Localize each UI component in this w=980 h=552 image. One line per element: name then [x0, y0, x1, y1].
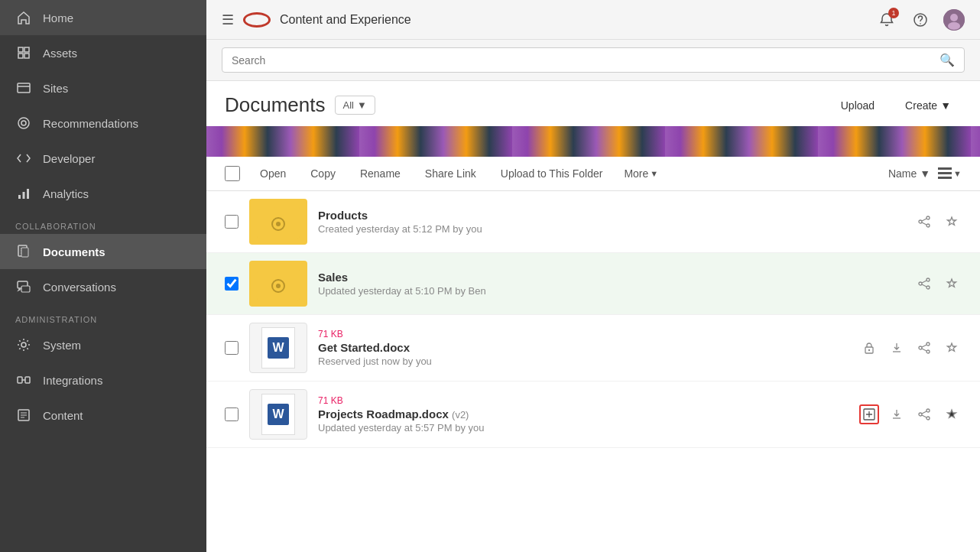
- table-row: W 71 KB Projects Roadmap.docx (v2) Updat…: [206, 382, 980, 448]
- collaboration-section-label: COLLABORATION: [0, 211, 206, 234]
- folder-thumbnail: [249, 261, 307, 307]
- select-all-checkbox[interactable]: [225, 166, 240, 181]
- file-actions: [914, 274, 962, 294]
- toolbar: Open Copy Rename Share Link Upload to Th…: [206, 157, 980, 191]
- svg-point-28: [926, 216, 930, 219]
- svg-rect-11: [21, 248, 28, 257]
- integrations-icon: [15, 372, 32, 388]
- folder-thumbnail: [249, 199, 307, 245]
- create-label: Create: [905, 99, 937, 112]
- sidebar-item-developer-label: Developer: [43, 152, 95, 165]
- sidebar-item-system[interactable]: System: [0, 327, 206, 362]
- file-name: Products: [318, 209, 904, 222]
- checkout-action-icon[interactable]: [859, 404, 879, 424]
- filter-dropdown[interactable]: All ▼: [335, 96, 375, 115]
- sidebar-item-content[interactable]: Content: [0, 398, 206, 433]
- svg-point-34: [919, 282, 922, 285]
- svg-point-42: [926, 409, 930, 412]
- administration-section-label: ADMINISTRATION: [0, 304, 206, 327]
- favorite-action-icon[interactable]: [942, 274, 962, 294]
- file-checkbox[interactable]: [225, 341, 239, 355]
- sidebar-item-recommendations[interactable]: Recommendations: [0, 106, 206, 141]
- sidebar-item-content-label: Content: [43, 409, 83, 422]
- svg-point-40: [926, 350, 930, 353]
- search-input-wrap: 🔍: [222, 47, 965, 73]
- sort-chevron-icon: ▼: [920, 167, 930, 180]
- help-icon[interactable]: [910, 9, 931, 31]
- doc-thumbnail: W: [249, 323, 307, 373]
- more-chevron-icon: ▼: [650, 169, 658, 178]
- search-input[interactable]: [232, 54, 933, 67]
- favorite-action-icon[interactable]: [942, 338, 962, 358]
- share-action-icon[interactable]: [914, 338, 934, 358]
- share-action-icon[interactable]: [914, 404, 934, 424]
- svg-point-44: [926, 417, 930, 420]
- file-info: Sales Updated yesterday at 5:10 PM by Be…: [318, 271, 904, 297]
- svg-point-19: [920, 23, 921, 24]
- file-meta: Created yesterday at 5:12 PM by you: [318, 223, 904, 235]
- sidebar-item-integrations[interactable]: Integrations: [0, 362, 206, 398]
- table-row: Sales Updated yesterday at 5:10 PM by Be…: [206, 253, 980, 315]
- file-size: 71 KB: [318, 395, 849, 406]
- sidebar-item-system-label: System: [43, 339, 81, 352]
- download-action-icon[interactable]: [887, 404, 907, 424]
- home-icon: [15, 9, 32, 26]
- recommendations-icon: [15, 115, 32, 132]
- create-button[interactable]: Create ▼: [894, 95, 962, 116]
- notifications-icon[interactable]: 1: [876, 9, 897, 31]
- sidebar-item-home[interactable]: Home: [0, 0, 206, 35]
- copy-button[interactable]: Copy: [300, 163, 346, 184]
- developer-icon: [15, 150, 32, 167]
- sidebar: Home Assets Sites Recommendations Develo…: [0, 0, 206, 552]
- sidebar-item-assets[interactable]: Assets: [0, 35, 206, 70]
- svg-rect-3: [24, 54, 29, 58]
- sidebar-item-developer[interactable]: Developer: [0, 141, 206, 176]
- upload-button[interactable]: Upload: [829, 95, 887, 116]
- avatar[interactable]: [943, 9, 965, 31]
- assets-icon: [15, 44, 32, 61]
- rename-button[interactable]: Rename: [349, 163, 411, 184]
- file-checkbox[interactable]: [225, 408, 239, 421]
- share-link-button[interactable]: Share Link: [414, 163, 487, 184]
- svg-point-21: [950, 14, 958, 21]
- view-toggle-button[interactable]: ▼: [936, 165, 962, 182]
- content-icon: [15, 407, 32, 424]
- main-content: ☰ Content and Experience 1 🔍 Documents: [206, 0, 980, 552]
- sidebar-item-conversations[interactable]: Conversations: [0, 269, 206, 304]
- svg-rect-9: [27, 189, 29, 199]
- open-button[interactable]: Open: [249, 163, 297, 184]
- file-size: 71 KB: [318, 329, 849, 339]
- more-button[interactable]: More ▼: [616, 163, 666, 184]
- share-action-icon[interactable]: [914, 274, 934, 294]
- sites-icon: [15, 80, 32, 96]
- upload-to-folder-button[interactable]: Upload to This Folder: [490, 163, 614, 184]
- oracle-logo: [243, 11, 271, 28]
- svg-rect-13: [21, 286, 30, 292]
- file-info: 71 KB Projects Roadmap.docx (v2) Updated…: [318, 395, 849, 433]
- menu-icon[interactable]: ☰: [222, 11, 234, 28]
- search-bar: 🔍: [206, 40, 980, 81]
- download-action-icon[interactable]: [887, 338, 907, 358]
- sidebar-item-analytics[interactable]: Analytics: [0, 176, 206, 211]
- notification-count: 1: [888, 8, 899, 18]
- sidebar-item-sites[interactable]: Sites: [0, 70, 206, 106]
- file-info: Products Created yesterday at 5:12 PM by…: [318, 209, 904, 235]
- sidebar-item-conversations-label: Conversations: [43, 281, 116, 294]
- svg-point-33: [926, 278, 930, 281]
- sidebar-item-integrations-label: Integrations: [43, 374, 102, 387]
- svg-point-37: [868, 349, 870, 351]
- name-sort-button[interactable]: Name ▼: [888, 167, 930, 180]
- lock-action-icon[interactable]: [859, 338, 879, 358]
- file-list: Products Created yesterday at 5:12 PM by…: [206, 191, 980, 552]
- file-checkbox[interactable]: [225, 277, 239, 291]
- favorite-action-icon[interactable]: [942, 212, 962, 232]
- app-title: Content and Experience: [280, 13, 867, 27]
- share-action-icon[interactable]: [914, 212, 934, 232]
- table-row: W 71 KB Get Started.docx Reserved just n…: [206, 315, 980, 382]
- create-chevron-icon: ▼: [940, 99, 951, 112]
- file-checkbox[interactable]: [225, 215, 239, 229]
- favorite-action-icon[interactable]: [942, 404, 962, 424]
- svg-point-5: [18, 118, 29, 128]
- svg-point-39: [919, 346, 922, 349]
- sidebar-item-documents[interactable]: Documents: [0, 234, 206, 269]
